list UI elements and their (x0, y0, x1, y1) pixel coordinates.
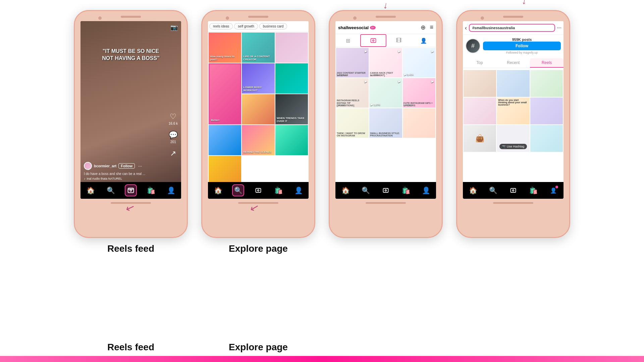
reels-audio-row: ♪ inal Audio thata NATUREL (84, 177, 178, 180)
profile-username: shallweesocial (338, 25, 369, 30)
explore-cell-1: How many times to post? (209, 33, 241, 63)
profile-tab-person[interactable]: 👤 (411, 34, 436, 47)
chip-self-growth[interactable]: self growth (234, 23, 258, 29)
chip-reels-ideas[interactable]: reels ideas (209, 23, 233, 29)
explore-cell-6 (275, 63, 308, 94)
search-cell-3 (530, 70, 563, 97)
nav-search-icon[interactable]: 🔍 (105, 184, 117, 196)
profile-header: shallweesocial 9+ ⊕ ≡ (335, 21, 436, 34)
profile-nav-search[interactable]: 🔍 (360, 184, 372, 196)
profile-nav-shop[interactable]: 🛍️ (400, 184, 412, 196)
add-icon[interactable]: ⊕ (421, 24, 426, 31)
reels-user-row: bcormier_art Follow ··· (84, 162, 178, 170)
phone2-screen: reels ideas self growth business card Ho… (208, 21, 309, 199)
profile-cell-3: ▶ ▶ 2,424 (403, 48, 435, 77)
explore-nav-profile[interactable]: 👤 (292, 184, 305, 196)
play-icon-1: ▶ (365, 49, 367, 53)
sc5-text: When do you start thinking about your sm… (497, 98, 529, 107)
reels-bottom-info: bcormier_art Follow ··· I do have a boss… (84, 162, 178, 180)
back-icon[interactable]: ‹ (465, 24, 467, 32)
reels-follow-button[interactable]: Follow (118, 163, 135, 169)
profile-nav-home[interactable]: 🏠 (339, 184, 352, 196)
phone4-shell: ‹ #smallbusinessaustralia ··· # 959K pos… (456, 10, 570, 238)
explore-cell-5-text: LOWER BODY WORKOUT (243, 86, 273, 92)
reels-screen: 📷 "IT MUST BE SO NICE NOT HAVING A BOSS"… (80, 21, 181, 199)
hashtag-stats: 959K posts Follow Followed by magnify.up (483, 38, 561, 54)
reels-comment[interactable]: 💬 201 (169, 131, 178, 144)
search-nav-profile[interactable]: 👤 (547, 184, 559, 196)
reels-likes-count: 16.6 k (169, 122, 178, 125)
profile-annotation-area: Your profile ↓ (364, 0, 408, 11)
profile-cell-5: ▶ ▶ 1,076 (369, 78, 402, 108)
menu-icon[interactable]: ≡ (430, 24, 433, 31)
bottom-labels: Reels feed Explore page Your profile Sea… (0, 339, 644, 356)
profile-tab-tagged[interactable]: 🎞 (386, 34, 411, 47)
search-more-icon[interactable]: ··· (557, 25, 561, 31)
use-hashtag-badge[interactable]: 📷 Use Hashtag (499, 144, 527, 149)
profile-tab-reels[interactable] (360, 34, 386, 47)
profile-tab-grid[interactable]: ⊞ (335, 34, 360, 47)
reels-audio-text: inal Audio thata NATUREL (87, 177, 122, 180)
hashtag-avatar: # (466, 39, 480, 53)
phone1-speaker (121, 16, 141, 18)
search-nav-reels[interactable] (507, 184, 519, 196)
profile-dot (555, 186, 558, 188)
search-tab-recent[interactable]: Recent (496, 58, 530, 68)
explore-cell-8-text: WHEN TRENDS TAKE OVER IT (277, 117, 307, 123)
profile-nav-reels[interactable] (380, 184, 392, 196)
explore-grid: How many times to post? LIFE OF A CONTEN… (208, 32, 309, 187)
svg-rect-4 (371, 39, 376, 43)
chip-business-card[interactable]: business card (259, 23, 287, 29)
phone2-label: Explore page (229, 243, 288, 254)
pc-text-7: THEM: I WANT TO GROW ON INSTAGRAM (337, 132, 368, 137)
reels-comments-count: 201 (170, 140, 176, 144)
nav-shop-icon[interactable]: 🛍️ (145, 184, 157, 196)
phone3-speaker (376, 16, 396, 18)
search-bar[interactable]: #smallbusinessaustralia (469, 24, 555, 32)
share-icon: ↗ (170, 149, 176, 158)
heart-icon: ♡ (170, 112, 176, 121)
explore-cell-12 (209, 156, 241, 186)
explore-cell-2: LIFE OF A CONTENT CREATOR (242, 33, 274, 63)
phone4-section: Search results ↓ ‹ #smallbusinessaustral… (456, 10, 570, 254)
search-cell-7: 👜 (464, 125, 496, 152)
phone2-camera (226, 16, 229, 20)
explore-cell-2-text: LIFE OF A CONTENT CREATOR (243, 55, 273, 61)
play-icon-2: ▶ (398, 49, 401, 53)
phone2-section: reels ideas self growth business card Ho… (201, 10, 315, 254)
nav-home-icon[interactable]: 🏠 (85, 184, 97, 196)
nav-profile-icon[interactable]: 👤 (165, 184, 177, 196)
svg-point-5 (373, 40, 374, 42)
explore-nav-reels[interactable] (252, 184, 264, 196)
explore-nav-shop[interactable]: 🛍️ (272, 184, 284, 196)
search-nav-search[interactable]: 🔍 (487, 184, 499, 196)
phone3-camera (353, 16, 357, 20)
phone4-camera (481, 16, 484, 20)
profile-nav-profile[interactable]: 👤 (420, 184, 432, 196)
search-nav-shop[interactable]: 🛍️ (527, 184, 539, 196)
phone1-section: 📷 "IT MUST BE SO NICE NOT HAVING A BOSS"… (74, 10, 188, 254)
explore-cell-10-text: BEHIND THE SCENES (243, 150, 273, 154)
search-tab-reels[interactable]: Reels (530, 58, 564, 68)
play-icon-4: ▶ (365, 79, 367, 83)
reels-share[interactable]: ↗ (170, 149, 176, 159)
explore-nav-home[interactable]: 🏠 (212, 184, 224, 196)
search-tab-top[interactable]: Top (463, 58, 496, 68)
reels-caption: I do have a boss and she can be a real .… (84, 172, 178, 176)
more-icon[interactable]: ··· (138, 163, 142, 169)
reels-right-actions: ♡ 16.6 k 💬 201 ↗ (169, 112, 178, 159)
search-navbar: 🏠 🔍 🛍️ 👤 (463, 182, 564, 199)
search-cell-6 (530, 98, 563, 124)
reels-like[interactable]: ♡ 16.6 k (169, 112, 178, 125)
phone3-home-bar (366, 202, 406, 204)
phone1-label: Reels feed (107, 243, 154, 254)
explore-nav-search[interactable]: 🔍 (232, 184, 244, 196)
phone4-speaker (503, 16, 523, 18)
search-cell-2 (497, 70, 529, 97)
hashtag-follow-button[interactable]: Follow (483, 42, 561, 50)
search-annotation-area: Search results ↓ (522, 0, 577, 11)
search-nav-home[interactable]: 🏠 (467, 184, 479, 196)
profile-tabs: ⊞ 🎞 👤 (335, 34, 436, 47)
nav-reels-icon[interactable] (125, 184, 137, 196)
camera-icon[interactable]: 📷 (170, 24, 178, 31)
